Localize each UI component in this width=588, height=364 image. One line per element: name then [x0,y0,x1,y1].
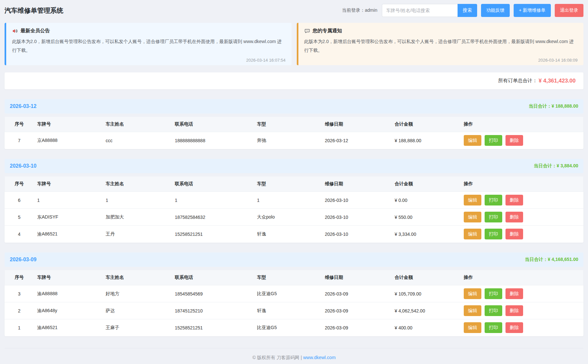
cell-no: 6 [5,192,34,209]
cell-phone: 15258521251 [172,319,254,336]
edit-button[interactable]: 编辑 [464,305,481,316]
col-header-amount: 合计金额 [391,176,460,192]
day-section-2026-03-09: 2026-03-09 当日合计：¥ 4,168,651.00 序号 车牌号 车主… [5,252,583,336]
day-total-label: 当日合计： [534,163,557,168]
print-button[interactable]: 打印 [485,195,502,205]
cell-owner: ccc [102,132,172,149]
edit-button[interactable]: 编辑 [464,288,481,299]
notice-card-announcement: 最新全员公告 此版本为2.0，新增后台账号管理和公告发布，可以私发个人账号，适合… [5,23,292,65]
day-date: 2026-03-10 [10,163,37,169]
day-date: 2026-03-09 [10,257,37,263]
col-header-owner: 车主姓名 [102,176,172,192]
notice-body: 此版本为2.0，新增后台账号管理和公告发布，可以私发个人账号，适合修理厂员工带手… [304,37,578,55]
orders-table-card: 序号 车牌号 车主姓名 联系电话 车型 维修日期 合计金额 操作 3 渝A888… [5,270,583,336]
cell-actions: 编辑 打印 删除 [460,132,583,149]
print-button[interactable]: 打印 [485,135,502,146]
col-header-model: 车型 [254,270,322,285]
orders-table: 序号 车牌号 车主姓名 联系电话 车型 维修日期 合计金额 操作 3 渝A888… [5,270,583,336]
cell-actions: 编辑 打印 删除 [460,319,583,336]
footer-divider: | [299,355,303,360]
day-header: 2026-03-09 当日合计：¥ 4,168,651.00 [5,252,583,267]
logout-button[interactable]: 退出登录 [555,4,583,17]
table-header-row: 序号 车牌号 车主姓名 联系电话 车型 维修日期 合计金额 操作 [5,117,583,132]
cell-phone: 18545854569 [172,285,254,302]
notice-title-row: 您的专属通知 [304,28,578,34]
search-button[interactable]: 搜索 [458,4,477,17]
cell-model: 奔驰 [254,132,322,149]
feedback-button[interactable]: 功能反馈 [481,4,510,17]
grand-total-label: 所有订单总合计： [498,78,537,84]
order-row: 1 渝A86521 王麻子 15258521251 比亚迪G5 2026-03-… [5,319,583,336]
edit-button[interactable]: 编辑 [464,229,481,239]
login-info: 当前登录：admin [342,8,377,13]
cell-no: 2 [5,302,34,319]
print-button[interactable]: 打印 [485,322,502,333]
delete-button[interactable]: 删除 [505,322,523,333]
order-row: 4 渝A86521 王丹 15258521251 轩逸 2026-03-10 ¥… [5,226,583,243]
cell-actions: 编辑 打印 删除 [460,302,583,319]
notice-card-personal: 您的专属通知 此版本为2.0，新增后台账号管理和公告发布，可以私发个人账号，适合… [297,23,584,65]
cell-plate: 渝A86521 [34,226,102,243]
col-header-phone: 联系电话 [172,270,254,285]
copyright-text: © 版权所有 刀客源码网 [252,355,299,360]
orders-table: 序号 车牌号 车主姓名 联系电话 车型 维修日期 合计金额 操作 6 1 1 [5,176,583,243]
delete-button[interactable]: 删除 [505,305,523,316]
col-header-actions: 操作 [460,270,583,285]
delete-button[interactable]: 删除 [505,135,523,146]
cell-plate: 渝A88888 [34,285,102,302]
topbar: 汽车维修单管理系统 当前登录：admin 搜索 功能反馈 + 新增维修单 退出登… [5,0,583,21]
print-button[interactable]: 打印 [485,288,502,299]
col-header-no: 序号 [5,117,34,132]
cell-actions: 编辑 打印 删除 [460,226,583,243]
page-title: 汽车维修单管理系统 [5,6,63,15]
delete-button[interactable]: 删除 [505,212,523,222]
day-total-label: 当日合计： [525,257,548,262]
cell-owner: 王麻子 [102,319,172,336]
table-header-row: 序号 车牌号 车主姓名 联系电话 车型 维修日期 合计金额 操作 [5,270,583,285]
col-header-plate: 车牌号 [34,176,102,192]
orders-table: 序号 车牌号 车主姓名 联系电话 车型 维修日期 合计金额 操作 7 京A888… [5,117,583,149]
cell-owner: 1 [102,192,172,209]
col-header-plate: 车牌号 [34,270,102,285]
footer-link[interactable]: www.dkewl.com [303,355,336,360]
order-row: 3 渝A88888 好地方 18545854569 比亚迪G5 2026-03-… [5,285,583,302]
cell-model: 比亚迪G5 [254,285,322,302]
delete-button[interactable]: 删除 [505,288,523,299]
cell-amount: ¥ 0.00 [391,192,460,209]
grand-total-bar: 所有订单总合计： ¥ 4,361,423.00 [5,72,583,89]
cell-model: 1 [254,192,322,209]
col-header-date: 维修日期 [322,176,391,192]
cell-phone: 188888888888 [172,132,254,149]
order-row: 7 京A88888 ccc 188888888888 奔驰 2026-03-12… [5,132,583,149]
col-header-date: 维修日期 [322,270,391,285]
edit-button[interactable]: 编辑 [464,322,481,333]
print-button[interactable]: 打印 [485,305,502,316]
page: 汽车维修单管理系统 当前登录：admin 搜索 功能反馈 + 新增维修单 退出登… [0,0,588,364]
cell-model: 轩逸 [254,226,322,243]
delete-button[interactable]: 删除 [505,229,523,239]
edit-button[interactable]: 编辑 [464,212,481,222]
cell-amount: ¥ 188,888.00 [391,132,460,149]
add-order-button[interactable]: + 新增维修单 [514,4,551,17]
cell-actions: 编辑 打印 删除 [460,192,583,209]
notice-timestamp: 2026-03-14 16:08:09 [304,58,578,63]
cell-amount: ¥ 550.00 [391,209,460,226]
print-button[interactable]: 打印 [485,212,502,222]
speech-bubble-icon [304,28,310,34]
notice-title: 您的专属通知 [313,28,342,34]
edit-button[interactable]: 编辑 [464,135,481,146]
day-section-2026-03-12: 2026-03-12 当日合计：¥ 188,888.00 序号 车牌号 车主姓名… [5,99,583,149]
cell-date: 2026-03-09 [322,285,391,302]
day-total: 当日合计：¥ 3,884.00 [534,163,578,169]
search-input[interactable] [382,4,458,17]
col-header-model: 车型 [254,117,322,132]
cell-plate: 1 [34,192,102,209]
delete-button[interactable]: 删除 [505,195,523,205]
print-button[interactable]: 打印 [485,229,502,239]
col-header-plate: 车牌号 [34,117,102,132]
day-total-amount: ¥ 3,884.00 [557,163,578,168]
edit-button[interactable]: 编辑 [464,195,481,205]
col-header-phone: 联系电话 [172,117,254,132]
cell-amount: ¥ 4,062,542.00 [391,302,460,319]
search-group: 搜索 [382,4,477,17]
